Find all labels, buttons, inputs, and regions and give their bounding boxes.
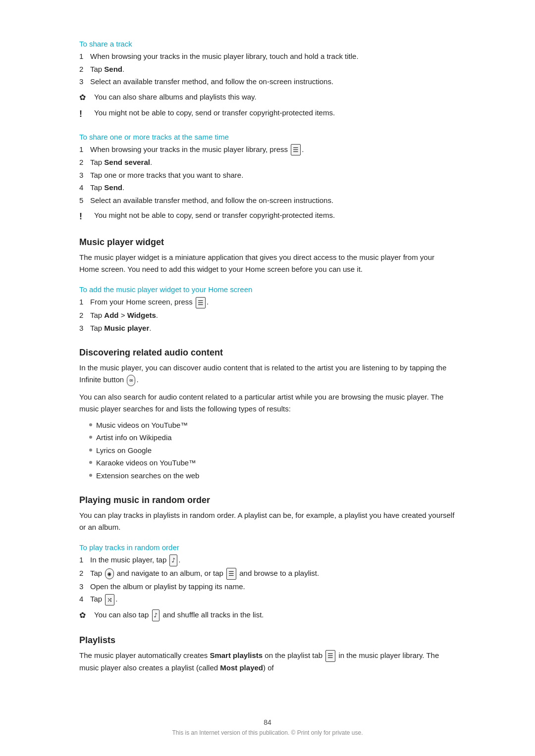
bullet-2: Artist info on Wikipedia xyxy=(89,432,456,444)
random-order-section: Playing music in random order You can pl… xyxy=(79,495,456,621)
share-track-section: To share a track 1 When browsing your tr… xyxy=(79,40,456,121)
share-track-heading: To share a track xyxy=(79,40,456,48)
step-2: 2 Tap Send several. xyxy=(79,157,456,168)
tip-text-2: You can also tap ♪ and shuffle all track… xyxy=(94,609,264,621)
bullet-dot xyxy=(89,449,92,452)
widget-step-2: 2 Tap Add > Widgets. xyxy=(79,310,456,321)
tip-icon: ✿ xyxy=(79,92,90,103)
album-icon: ◉ xyxy=(105,568,113,579)
step-3: 3 Select an available transfer method, a… xyxy=(79,76,456,88)
infinite-icon: ∞ xyxy=(127,375,135,386)
bullet-text: Music videos on YouTube™ xyxy=(96,420,188,431)
related-audio-section: Discovering related audio content In the… xyxy=(79,348,456,481)
widget-steps: 1 From your Home screen, press ☰. 2 Tap … xyxy=(79,297,456,334)
warning-text: You might not be able to copy, send or t… xyxy=(94,107,335,119)
music-note-icon: ♪ xyxy=(169,554,177,566)
related-audio-heading: Discovering related audio content xyxy=(79,348,456,358)
playlist-tab-icon: ☰ xyxy=(325,650,335,662)
related-audio-body1: In the music player, you can discover au… xyxy=(79,362,456,386)
music-icon-inline: ♪ xyxy=(152,609,160,621)
share-multiple-section: To share one or more tracks at the same … xyxy=(79,133,456,224)
bullet-text: Extension searches on the web xyxy=(96,470,199,482)
warning-text-2: You might not be able to copy, send or t… xyxy=(94,210,335,221)
tip-icon-2: ✿ xyxy=(79,609,90,621)
step-1: 1 When browsing your tracks in the music… xyxy=(79,51,456,62)
footer-text: This is an Internet version of this publ… xyxy=(0,729,535,736)
bullet-text: Lyrics on Google xyxy=(96,445,152,456)
share-multiple-warning: ! You might not be able to copy, send or… xyxy=(79,210,456,223)
share-track-warning: ! You might not be able to copy, send or… xyxy=(79,107,456,121)
random-order-tip: ✿ You can also tap ♪ and shuffle all tra… xyxy=(79,609,456,621)
bullet-4: Karaoke videos on YouTube™ xyxy=(89,457,456,469)
related-audio-body2: You can also search for audio content re… xyxy=(79,391,456,415)
share-multiple-steps: 1 When browsing your tracks in the music… xyxy=(79,144,456,206)
random-step-2: 2 Tap ◉ and navigate to an album, or tap… xyxy=(79,568,456,580)
random-step-4: 4 Tap ⤭. xyxy=(79,594,456,605)
random-order-body: You can play tracks in playlists in rand… xyxy=(79,509,456,533)
bullet-dot xyxy=(89,436,92,439)
menu-icon: ☰ xyxy=(291,144,301,156)
playlist-icon: ☰ xyxy=(226,568,236,580)
related-audio-bullets: Music videos on YouTube™ Artist info on … xyxy=(89,420,456,482)
bullet-text: Karaoke videos on YouTube™ xyxy=(96,457,196,469)
playlists-body: The music player automatically creates S… xyxy=(79,650,456,674)
random-order-sub-heading: To play tracks in random order xyxy=(79,543,456,552)
step-5: 5 Select an available transfer method, a… xyxy=(79,195,456,206)
bullet-3: Lyrics on Google xyxy=(89,445,456,456)
page: To share a track 1 When browsing your tr… xyxy=(0,0,535,756)
menu-icon-2: ☰ xyxy=(196,297,206,309)
widget-section: Music player widget The music player wid… xyxy=(79,237,456,334)
tip-text: You can also share albums and playlists … xyxy=(94,92,257,103)
bullet-dot xyxy=(89,474,92,477)
share-multiple-heading: To share one or more tracks at the same … xyxy=(79,133,456,141)
widget-step-3: 3 Tap Music player. xyxy=(79,323,456,334)
widget-heading: Music player widget xyxy=(79,237,456,248)
playlists-section: Playlists The music player automatically… xyxy=(79,635,456,674)
shuffle-icon: ⤭ xyxy=(105,594,114,606)
share-track-steps: 1 When browsing your tracks in the music… xyxy=(79,51,456,88)
random-step-3: 3 Open the album or playlist by tapping … xyxy=(79,581,456,593)
playlists-heading: Playlists xyxy=(79,635,456,646)
bullet-dot xyxy=(89,423,92,426)
widget-body: The music player widget is a miniature a… xyxy=(79,252,456,275)
random-step-1: 1 In the music player, tap ♪. xyxy=(79,554,456,566)
random-order-heading: Playing music in random order xyxy=(79,495,456,505)
bullet-5: Extension searches on the web xyxy=(89,470,456,482)
step-4: 4 Tap Send. xyxy=(79,182,456,194)
bullet-1: Music videos on YouTube™ xyxy=(89,420,456,431)
share-track-tip: ✿ You can also share albums and playlist… xyxy=(79,92,456,103)
warning-icon-2: ! xyxy=(79,210,90,223)
widget-sub-heading: To add the music player widget to your H… xyxy=(79,285,456,294)
bullet-text: Artist info on Wikipedia xyxy=(96,432,172,444)
widget-step-1: 1 From your Home screen, press ☰. xyxy=(79,297,456,308)
warning-icon: ! xyxy=(79,107,90,121)
bullet-dot xyxy=(89,461,92,464)
page-number: 84 xyxy=(0,718,535,726)
step-2: 2 Tap Send. xyxy=(79,64,456,75)
random-order-steps: 1 In the music player, tap ♪. 2 Tap ◉ an… xyxy=(79,554,456,605)
page-footer: 84 This is an Internet version of this p… xyxy=(0,718,535,736)
step-3: 3 Tap one or more tracks that you want t… xyxy=(79,170,456,181)
step-1: 1 When browsing your tracks in the music… xyxy=(79,144,456,156)
